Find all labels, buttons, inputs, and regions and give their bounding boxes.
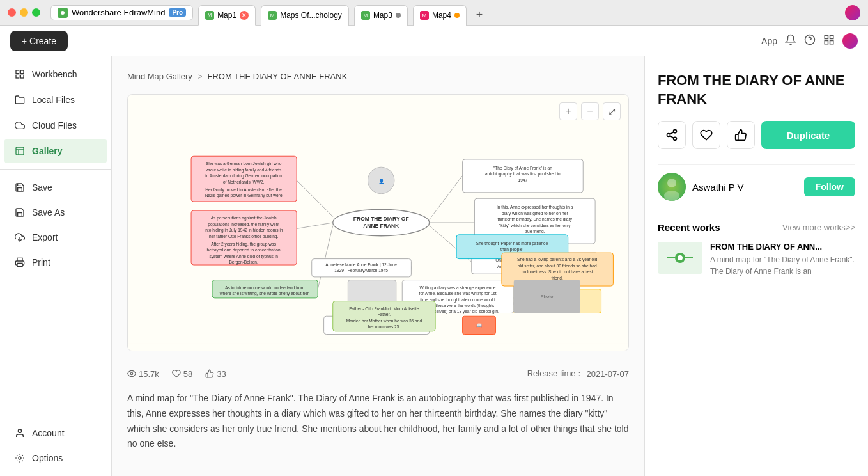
svg-text:betrayed and deported to conce: betrayed and deported to concentration: [207, 248, 281, 253]
tab-icon-map3: M: [361, 11, 370, 20]
svg-point-100: [674, 138, 677, 141]
svg-text:She thought 'Paper has more pa: She thought 'Paper has more patience: [476, 241, 548, 246]
view-count: 15.7k: [127, 369, 159, 379]
sidebar-item-local-files[interactable]: Local Files: [4, 88, 107, 112]
view-more-link[interactable]: View more works>>: [782, 223, 855, 232]
svg-text:friend.: friend.: [552, 276, 563, 280]
mindmap-canvas: FROM THE DIARY OF ANNE FRANK 1-07-2021 A…: [128, 95, 628, 351]
sidebar: Workbench Local Files Cloud Files Galler…: [0, 56, 112, 476]
svg-text:👤: 👤: [378, 178, 385, 184]
notifications-button[interactable]: [785, 34, 796, 47]
workbench-icon: [14, 68, 26, 80]
user-avatar[interactable]: [845, 5, 860, 20]
toolbar-right: App: [761, 33, 858, 49]
share-button[interactable]: [658, 121, 686, 149]
sidebar-item-workbench[interactable]: Workbench: [4, 62, 107, 86]
minimize-button[interactable]: [20, 8, 28, 17]
duplicate-button[interactable]: Duplicate: [761, 121, 855, 149]
close-button[interactable]: [8, 8, 16, 17]
recent-item-thumbnail: [658, 242, 702, 274]
description-text: A mind map for "The Diary of Anne Frank"…: [127, 391, 629, 452]
like-count-value: 58: [183, 369, 192, 379]
save-icon: [14, 182, 26, 193]
thumb-count: 33: [205, 369, 226, 379]
tab-maps-chology[interactable]: M Maps Of...chology: [261, 5, 349, 26]
app-title: Wondershare EdrawMind Pro: [50, 5, 193, 20]
svg-text:"kitty" which she considers as: "kitty" which she considers as her only: [499, 223, 571, 228]
tab-map1[interactable]: M Map1 ✕: [198, 5, 256, 26]
recent-item-title: FROM THE DIARY OF ANN...: [710, 242, 855, 251]
sidebar-item-options[interactable]: Options: [4, 446, 107, 470]
tab-label-map4: Map4: [432, 11, 451, 20]
cloud-files-icon: [14, 120, 26, 131]
svg-text:for Anne. Because she was writ: for Anne. Because she was writing for 1s…: [419, 291, 497, 296]
recent-works-title: Recent works: [658, 222, 720, 233]
sidebar-item-cloud-files[interactable]: Cloud Files: [4, 113, 107, 138]
svg-text:Bergen-Belsen.: Bergen-Belsen.: [229, 260, 258, 265]
heart-button[interactable]: [692, 121, 720, 149]
breadcrumb-parent[interactable]: Mind Map Gallery: [127, 72, 192, 81]
maximize-button[interactable]: [32, 8, 40, 17]
options-icon: [14, 452, 26, 464]
titlebar-right: [845, 5, 860, 20]
sidebar-label-workbench: Workbench: [32, 69, 77, 79]
zoom-in-button[interactable]: +: [559, 102, 577, 120]
sidebar-item-print[interactable]: Print: [4, 250, 107, 274]
sidebar-label-save-as: Save As: [32, 207, 65, 218]
zoom-out-button[interactable]: −: [581, 102, 599, 120]
svg-text:ANNE FRANK: ANNE FRANK: [363, 223, 399, 229]
thumbs-up-icon: [734, 129, 747, 141]
app-button[interactable]: App: [761, 36, 777, 46]
sidebar-label-local-files: Local Files: [32, 95, 75, 105]
toolbar-avatar[interactable]: [842, 33, 858, 49]
svg-text:Writing a diary was a strange : Writing a diary was a strange experience: [420, 285, 496, 290]
breadcrumb-separator: >: [198, 72, 203, 81]
tab-close-map1[interactable]: ✕: [240, 11, 249, 20]
gallery-icon: [14, 145, 26, 157]
recent-item-info: FROM THE DIARY OF ANN... A mind map for …: [710, 242, 855, 277]
svg-rect-6: [830, 41, 833, 44]
svg-point-108: [678, 255, 683, 260]
svg-text:in Amsterdam during German occ: in Amsterdam during German occupation: [205, 173, 282, 178]
map-title: FROM THE DIARY OF ANNE FRANK: [658, 72, 855, 108]
svg-text:thirteenth birthday. She names: thirteenth birthday. She names the diary: [498, 217, 573, 222]
svg-text:As in future no one would unde: As in future no one would understand fro…: [225, 285, 305, 290]
svg-text:As persecutions against the Je: As persecutions against the Jewish: [211, 216, 277, 221]
sidebar-item-save-as[interactable]: Save As: [4, 200, 107, 225]
tab-unsaved-dot-map3: [396, 13, 401, 18]
fullscreen-button[interactable]: ⤢: [603, 102, 621, 120]
svg-rect-11: [16, 147, 24, 155]
eye-icon: [127, 369, 136, 378]
svg-text:populations increased, the fam: populations increased, the family went: [208, 222, 279, 227]
tab-label-map1: Map1: [217, 11, 236, 20]
add-tab-button[interactable]: +: [472, 8, 487, 23]
svg-rect-9: [16, 75, 19, 78]
svg-point-15: [19, 457, 21, 459]
svg-text:Photo: Photo: [541, 294, 554, 299]
help-circle-icon: [804, 34, 816, 45]
svg-text:1929 - February/March 1945: 1929 - February/March 1945: [334, 268, 388, 273]
like-count: 58: [172, 369, 192, 379]
breadcrumb: Mind Map Gallery > FROM THE DIARY OF ANN…: [127, 72, 629, 81]
svg-text:1947: 1947: [518, 178, 528, 182]
tab-icon-map1: M: [205, 11, 214, 20]
help-button[interactable]: [804, 34, 816, 47]
recent-item-desc: A mind map for "The Diary of Anne Frank"…: [710, 254, 855, 277]
tab-map3[interactable]: M Map3: [354, 5, 408, 26]
svg-point-97: [130, 372, 133, 375]
tab-map4[interactable]: M Map4: [413, 5, 467, 26]
share-icon: [665, 129, 678, 141]
grid-view-button[interactable]: [823, 34, 835, 47]
sidebar-item-account[interactable]: Account: [4, 421, 107, 445]
svg-rect-3: [825, 35, 828, 38]
traffic-lights: [8, 8, 40, 17]
sidebar-item-gallery[interactable]: Gallery: [4, 139, 107, 163]
sidebar-item-export[interactable]: Export: [4, 225, 107, 250]
sidebar-item-save[interactable]: Save: [4, 175, 107, 200]
author-name: Aswathi P V: [692, 182, 798, 193]
svg-text:Father - Otto Frankfurt. Mom A: Father - Otto Frankfurt. Mom Adisette: [349, 306, 419, 311]
follow-button[interactable]: Follow: [804, 177, 855, 196]
thumbs-up-button[interactable]: [727, 121, 755, 149]
export-icon: [14, 232, 26, 243]
create-button[interactable]: + Create: [10, 31, 68, 51]
